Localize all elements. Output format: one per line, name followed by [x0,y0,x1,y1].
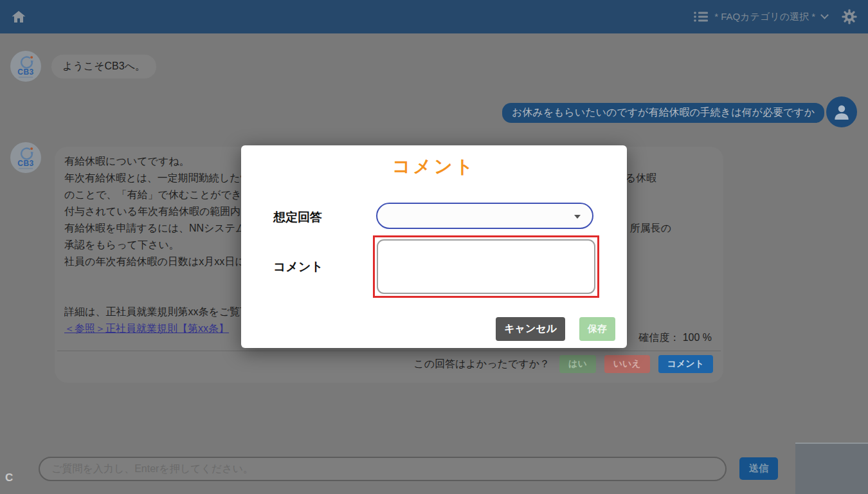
home-icon[interactable] [11,9,26,24]
reference-link[interactable]: ＜参照＞正社員就業規則【第xx条】 [64,323,229,334]
bot-welcome-text: ようこそCB3へ。 [62,60,145,71]
faq-category-selector[interactable]: * FAQカテゴリの選択 * [694,11,827,23]
corner-panel [795,443,868,494]
comment-textarea[interactable] [377,239,595,294]
cancel-button[interactable]: キャンセル [496,317,565,341]
expected-answer-label: 想定回答 [273,209,322,226]
confidence-text: 確信度： 100 % [638,331,712,345]
feedback-no-button[interactable]: いいえ [604,355,650,373]
comment-highlight-box [373,235,599,298]
feedback-comment-button[interactable]: コメント [658,355,713,373]
faq-category-label: * FAQカテゴリの選択 * [714,11,815,23]
card-divider [57,351,721,351]
feedback-yes-button[interactable]: はい [559,355,596,373]
comment-modal: コメント 想定回答 コメント キャンセル 保存 [241,145,627,348]
question-input[interactable] [39,457,727,481]
send-button[interactable]: 送信 [739,457,778,480]
gear-icon[interactable] [842,9,857,24]
bot-logo-subline [19,168,33,169]
bot-avatar: CB3 [10,142,41,173]
feedback-row: この回答はよかったですか？ はい いいえ コメント [413,355,713,373]
user-avatar [826,96,857,127]
feedback-question: この回答はよかったですか？ [413,358,550,371]
cb3-chat-app: * FAQカテゴリの選択 * [0,0,868,494]
bot-logo-subline [19,77,33,78]
modal-title: コメント [241,154,627,179]
user-message-bubble: お休みをもらいたいのですが有給休暇の手続きは何が必要ですか [502,103,824,123]
bot-avatar: CB3 [10,51,41,82]
bot-logo: CB3 [17,160,34,167]
comment-label: コメント [273,259,323,275]
copyright-mark: C [5,471,13,484]
navbar: * FAQカテゴリの選択 * [0,0,868,33]
caret-down-icon [574,215,581,219]
list-icon [694,11,708,23]
save-button[interactable]: 保存 [579,317,615,341]
person-icon [832,102,851,122]
bot-welcome-bubble: ようこそCB3へ。 [51,55,156,78]
chevron-down-icon [820,11,829,19]
expected-answer-select[interactable] [376,203,593,229]
user-message-text: お休みをもらいたいのですが有給休暇の手続きは何が必要ですか [512,107,815,118]
bot-logo: CB3 [17,69,34,75]
